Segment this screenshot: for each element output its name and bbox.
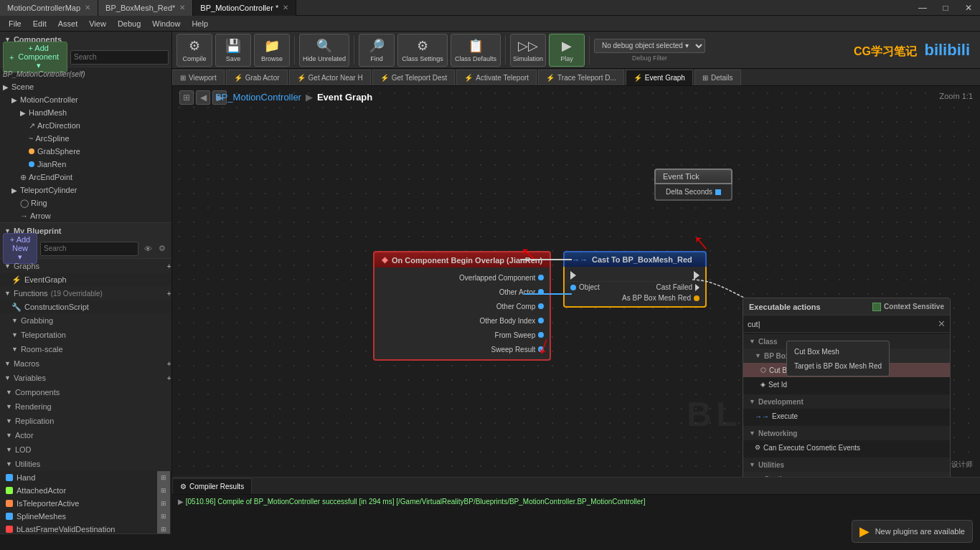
var-hand[interactable]: Hand ⊞ — [0, 471, 171, 484]
viewport-tab[interactable]: ⊞ Viewport — [172, 70, 225, 85]
tree-item-ring[interactable]: ◯ Ring — [0, 196, 171, 209]
lod-header[interactable]: ▼ LOD — [0, 442, 171, 457]
exec-close-button[interactable]: ✕ — [938, 318, 946, 329]
class-settings-button[interactable]: ⚙ Class Settings — [397, 34, 448, 67]
exec-networking-header[interactable]: ▼ Networking — [743, 426, 950, 440]
debug-filter-select[interactable]: No debug object selected ▾ — [594, 39, 705, 53]
tree-item-arrow[interactable]: → Arrow — [0, 209, 171, 222]
event-tick-node[interactable]: Event Tick Delta Seconds — [654, 169, 732, 201]
details-tab[interactable]: ⊞ Details — [694, 70, 741, 85]
context-sensitive-checkbox[interactable] — [872, 303, 881, 311]
exec-development-header[interactable]: ▼ Development — [743, 394, 950, 409]
casting-header[interactable]: ▼ Casting — [743, 472, 950, 477]
target-is-bp-item[interactable]: Target is BP Box Mesh Red — [787, 359, 889, 373]
var-eye-icon[interactable]: ⊞ — [157, 523, 170, 534]
menu-asset[interactable]: Asset — [52, 16, 84, 32]
rendering-header[interactable]: ▼ Rendering — [0, 399, 171, 414]
menu-window[interactable]: Window — [146, 16, 186, 32]
hide-unrelated-button[interactable]: 🔍 Hide Unrelated — [299, 34, 349, 67]
activate-teleport-tab[interactable]: ⚡ Activate Teleport — [456, 70, 537, 85]
menu-help[interactable]: Help — [186, 16, 214, 32]
new-plugins-banner[interactable]: ▶ New plugins are available — [852, 520, 973, 534]
var-eye-icon[interactable]: ⊞ — [157, 497, 170, 510]
add-function-button[interactable]: + — [156, 287, 171, 300]
close-button[interactable]: ✕ — [957, 0, 980, 16]
blueprint-search-input[interactable] — [40, 242, 138, 256]
tree-item-motion-controller[interactable]: ▶ MotionController — [0, 93, 171, 106]
tree-item-arc-endpoint[interactable]: ⊕ ArcEndPoint — [0, 171, 171, 184]
event-graph-tab[interactable]: ⚡ Event Graph — [626, 70, 693, 85]
variables-section-header[interactable]: ▼ Variables + — [0, 371, 171, 385]
eye-icon[interactable]: 👁 — [141, 242, 154, 255]
tree-item-scene[interactable]: ▶ Scene — [0, 80, 171, 93]
tree-item-hand-mesh[interactable]: ▶ HandMesh — [0, 106, 171, 119]
compile-button[interactable]: ⚙ Compile — [176, 34, 212, 67]
tree-item-teleport-cylinder[interactable]: ▶ TeleportCylinder — [0, 184, 171, 196]
class-defaults-button[interactable]: 📋 Class Defaults — [451, 34, 501, 67]
simulation-button[interactable]: ▷▷ Simulation — [510, 34, 546, 67]
add-macro-button[interactable]: + — [156, 357, 171, 370]
breadcrumb-root[interactable]: BP_MotionController — [215, 92, 301, 103]
execute-item[interactable]: →→ Execute — [743, 409, 950, 423]
construction-script-item[interactable]: 🔧 ConstructionScript — [0, 300, 171, 313]
var-eye-icon[interactable]: ⊞ — [157, 510, 170, 523]
add-graph-button[interactable]: + — [156, 260, 171, 272]
on-component-begin-overlap-node[interactable]: ◈ On Component Begin Overlap (JianRen) O… — [373, 251, 551, 361]
compiler-results-tab[interactable]: ⚙ Compiler Results — [172, 478, 252, 494]
play-button[interactable]: ▶ Play — [549, 34, 585, 67]
cast-to-bp-box-mesh-red-node[interactable]: →→ Cast To BP_BoxMesh_Red Object — [563, 251, 707, 308]
canvas-area[interactable]: ⊞ ◀ ▶ BP_MotionController ▶ Event Graph … — [172, 86, 980, 477]
maximize-button[interactable]: □ — [934, 0, 957, 16]
back-button[interactable]: ◀ — [196, 90, 210, 105]
grabbing-section-header[interactable]: ▼ Grabbing — [0, 313, 171, 328]
tab-close[interactable]: ✕ — [85, 4, 90, 11]
settings-icon[interactable]: ⚙ — [156, 242, 169, 255]
get-actor-tab[interactable]: ⚡ Get Actor Near H — [289, 70, 371, 85]
find-button[interactable]: 🔎 Find — [359, 34, 395, 67]
add-new-button[interactable]: + Add New ▾ — [3, 233, 37, 264]
var-eye-icon[interactable]: ⊞ — [157, 471, 170, 484]
minimize-button[interactable]: — — [911, 0, 934, 16]
tab-bp-motion-controller[interactable]: BP_MotionController * ✕ — [193, 0, 296, 16]
tab-bp-boxmesh-red[interactable]: BP_BoxMesh_Red* ✕ — [98, 0, 193, 16]
utilities-header[interactable]: ▼ Utilities — [0, 457, 171, 471]
replication-header[interactable]: ▼ Replication — [0, 414, 171, 428]
menu-file[interactable]: File — [3, 16, 27, 32]
executable-actions-panel[interactable]: Executable actions Context Sensitive ✕ ▼… — [743, 298, 951, 477]
components-search-input[interactable] — [70, 50, 169, 65]
tree-item-grab-sphere[interactable]: GrabSphere — [0, 145, 171, 158]
teleportation-section-header[interactable]: ▼ Teleportation — [0, 328, 171, 342]
tree-item-arc-direction[interactable]: ↗ ArcDirection — [0, 119, 171, 132]
tree-item-arc-spline[interactable]: ~ ArcSpline — [0, 132, 171, 145]
exec-search-input[interactable] — [748, 320, 935, 328]
menu-view[interactable]: View — [83, 16, 112, 32]
home-button[interactable]: ⊞ — [179, 90, 194, 105]
cut-box-mesh-popup-item[interactable]: Cut Box Mesh — [787, 344, 889, 359]
tab-close[interactable]: ✕ — [179, 4, 185, 11]
var-eye-icon[interactable]: ⊞ — [157, 484, 170, 497]
macros-section-header[interactable]: ▼ Macros + — [0, 356, 171, 371]
functions-section-header[interactable]: ▼ Functions (19 Overridable) + — [0, 286, 171, 300]
exec-utilities-header[interactable]: ▼ Utilities — [743, 457, 950, 472]
menu-edit[interactable]: Edit — [27, 16, 52, 32]
var-attached-actor[interactable]: AttachedActor ⊞ — [0, 484, 171, 497]
var-is-teleporter-active[interactable]: IsTeleporterActive ⊞ — [0, 497, 171, 510]
var-spline-meshes[interactable]: SplineMeshes ⊞ — [0, 510, 171, 523]
components-sub-header[interactable]: ▼ Components — [0, 385, 171, 399]
can-execute-cosmetic-item[interactable]: ⚙ Can Execute Cosmetic Events — [743, 440, 950, 455]
browse-button[interactable]: 📁 Browse — [254, 34, 290, 67]
set-id-item[interactable]: ◈ Set Id — [743, 377, 950, 392]
tab-motion-controller-map[interactable]: MotionControllerMap ✕ — [0, 0, 98, 16]
tree-item-jianren[interactable]: JianRen — [0, 158, 171, 171]
tab-close[interactable]: ✕ — [283, 4, 288, 11]
event-graph-item[interactable]: ⚡ EventGraph — [0, 273, 171, 286]
trace-teleport-tab[interactable]: ⚡ Trace Teleport D... — [538, 70, 624, 85]
add-variable-button[interactable]: + — [156, 371, 171, 384]
menu-debug[interactable]: Debug — [112, 16, 146, 32]
add-component-button[interactable]: + + Add Component ▾ — [3, 42, 67, 72]
var-blast-frame[interactable]: bLastFrameValidDestination ⊞ — [0, 523, 171, 534]
room-scale-section-header[interactable]: ▼ Room-scale — [0, 342, 171, 356]
grab-actor-tab[interactable]: ⚡ Grab Actor — [226, 70, 288, 85]
save-button[interactable]: 💾 Save — [215, 34, 251, 67]
teleport-dest-tab[interactable]: ⚡ Get Teleport Dest — [372, 70, 456, 85]
